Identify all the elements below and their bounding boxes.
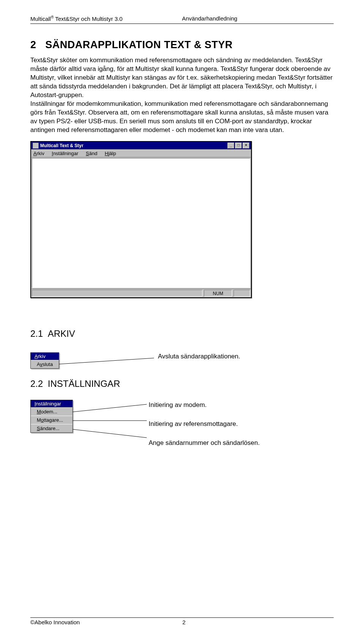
close-button[interactable]: × bbox=[243, 143, 249, 149]
status-extra bbox=[234, 290, 250, 297]
menu-sand[interactable]: Sänd bbox=[86, 151, 97, 156]
svg-line-0 bbox=[59, 358, 154, 364]
product-suffix: Text&Styr och Multistyr 3.0 bbox=[54, 16, 122, 22]
page-number: 2 bbox=[182, 619, 185, 625]
status-numlock: NUM bbox=[204, 290, 232, 297]
client-area bbox=[32, 158, 250, 288]
section-2-heading: 2 SÄNDARAPPLIKATION TEXT & STYR bbox=[30, 39, 334, 51]
maximize-button[interactable]: □ bbox=[235, 143, 242, 149]
section-22-heading: 2.2INSTÄLLNINGAR bbox=[30, 379, 334, 389]
inst-callout-2: Initiering av referensmottagare. bbox=[149, 419, 260, 429]
callout-lines-icon bbox=[73, 400, 149, 445]
svg-line-1 bbox=[73, 404, 147, 412]
doc-title: Användarhandledning bbox=[182, 15, 237, 22]
trademark-icon: ® bbox=[51, 15, 53, 19]
menu-installningar[interactable]: Inställningar bbox=[52, 151, 78, 156]
inst-menu-header[interactable]: Inställningar bbox=[31, 400, 72, 407]
page-footer: ©Abelko Innovation 2 bbox=[30, 617, 334, 625]
callout-line-icon bbox=[59, 352, 158, 369]
inst-menu-mottagare[interactable]: Mottagare... bbox=[31, 416, 72, 424]
titlebar: Multicall Text & Styr _ □ × bbox=[31, 142, 251, 149]
menubar: Arkiv Inställningar Sänd Hjälp bbox=[31, 149, 251, 157]
statusbar: NUM bbox=[31, 289, 251, 297]
arkiv-callout-label: Avsluta sändarapplikationen. bbox=[158, 352, 240, 361]
inst-menu-modem[interactable]: Modem... bbox=[31, 407, 72, 416]
inst-callout-1: Initiering av modem. bbox=[149, 401, 260, 410]
menu-arkiv[interactable]: Arkiv bbox=[33, 151, 44, 156]
inst-callout-3: Ange sändarnummer och sändarlösen. bbox=[149, 438, 260, 448]
window-title: Multicall Text & Styr bbox=[40, 143, 83, 148]
app-icon bbox=[33, 143, 39, 149]
section-2-body: Text&Styr sköter om kommunikation med re… bbox=[30, 56, 334, 134]
svg-line-3 bbox=[73, 429, 147, 438]
page-header: Multicall® Text&Styr och Multistyr 3.0 A… bbox=[30, 15, 334, 24]
status-cell-main bbox=[32, 290, 202, 297]
arkiv-menu-avsluta[interactable]: Avsluta bbox=[31, 360, 59, 368]
inst-menu-sandare[interactable]: Sändare... bbox=[31, 424, 72, 432]
inst-dropdown: Inställningar Modem... Mottagare... Sänd… bbox=[30, 400, 73, 433]
section-21-heading: 2.1ARKIV bbox=[30, 328, 334, 339]
app-window-screenshot: Multicall Text & Styr _ □ × Arkiv Instäl… bbox=[30, 141, 252, 298]
arkiv-dropdown: Arkiv Avsluta bbox=[30, 352, 59, 369]
product-name: Multicall bbox=[30, 16, 51, 22]
minimize-button[interactable]: _ bbox=[228, 143, 234, 149]
menu-hjalp[interactable]: Hjälp bbox=[105, 151, 116, 156]
arkiv-menu-header[interactable]: Arkiv bbox=[31, 353, 59, 360]
